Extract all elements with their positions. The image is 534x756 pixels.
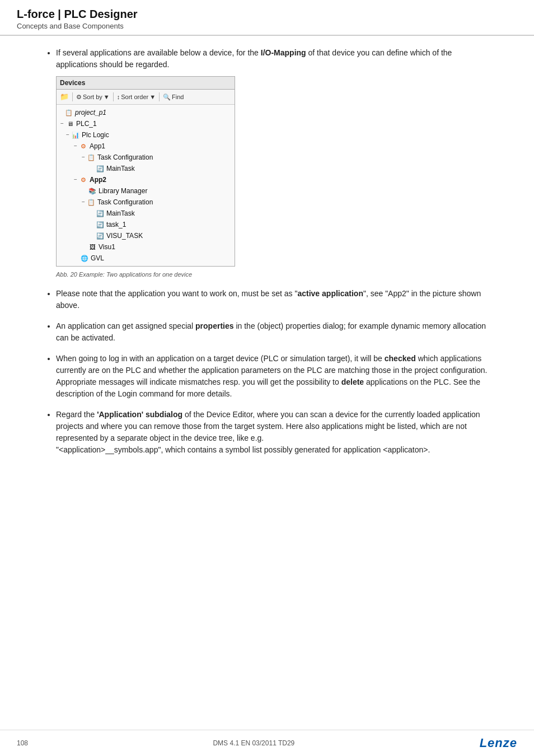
project-icon: 📋 xyxy=(64,108,73,117)
list-item-3: An application can get assigned special … xyxy=(56,320,489,344)
taskconfig1-label: Task Configuration xyxy=(97,152,153,162)
plc-icon: 🖥 xyxy=(65,119,74,128)
doc-info: DMS 4.1 EN 03/2011 TD29 xyxy=(213,739,294,747)
bullet-list: If several applications are available be… xyxy=(45,47,489,456)
footer: 108 DMS 4.1 EN 03/2011 TD29 Lenze xyxy=(0,730,534,756)
tree-toggle-taskconfig1[interactable]: − xyxy=(80,153,87,161)
maintask1-icon: 🔄 xyxy=(96,164,105,173)
figure-caption: Abb. 20 Example: Two applications for on… xyxy=(56,270,489,279)
find-button[interactable]: 🔍 Find xyxy=(163,92,184,102)
device-panel-title: Devices xyxy=(57,77,235,90)
task1-label: task_1 xyxy=(106,220,126,230)
sort-order-label: Sort order xyxy=(121,92,148,102)
page-number: 108 xyxy=(17,739,28,747)
gvl-label: GVL xyxy=(91,253,104,263)
find-icon: 🔍 xyxy=(163,92,171,102)
bullet2-text: Please note that the application you wan… xyxy=(56,289,481,310)
tree-row-libmgr: 📚 Library Manager xyxy=(57,185,235,197)
project-label: project_p1 xyxy=(75,108,106,118)
tree-row-app1: − ⚙ App1 xyxy=(57,141,235,152)
plc-label: PLC_1 xyxy=(76,119,97,129)
tree-toggle-plclogic[interactable]: − xyxy=(64,130,71,139)
lenze-logo: Lenze xyxy=(480,736,517,750)
tree-toggle-app1[interactable]: − xyxy=(72,142,79,150)
toolbar-separator2 xyxy=(113,92,114,101)
list-item-2: Please note that the application you wan… xyxy=(56,288,489,311)
tree-row-taskconfig1: − 📋 Task Configuration xyxy=(57,152,235,163)
sort-by-button[interactable]: ⚙ Sort by ▼ xyxy=(76,92,110,102)
app2-label: App2 xyxy=(90,175,106,185)
visutask-icon: 🔄 xyxy=(96,231,105,240)
taskconfig1-icon: 📋 xyxy=(87,153,96,162)
tree-row-maintask2: 🔄 MainTask xyxy=(57,208,235,219)
bold-properties: properties xyxy=(195,321,233,330)
sort-order-icon: ↕ xyxy=(117,92,120,102)
bullet1-text: If several applications are available be… xyxy=(56,48,452,69)
tree-toggle-app2[interactable]: − xyxy=(72,175,79,184)
device-toolbar: 📁 ⚙ Sort by ▼ ↕ Sort order ▼ xyxy=(57,90,235,105)
app2-icon: ⚙ xyxy=(79,175,88,184)
sort-by-icon: ⚙ xyxy=(76,92,82,102)
bullet5-text: Regard the 'Application' subdialog of th… xyxy=(56,410,480,454)
maintask2-label: MainTask xyxy=(106,208,135,218)
tree-row-visutask: 🔄 VISU_TASK xyxy=(57,230,235,241)
app1-label: App1 xyxy=(90,141,105,151)
page-title: L-force | PLC Designer xyxy=(17,8,517,21)
main-content: If several applications are available be… xyxy=(0,36,534,487)
app1-icon: ⚙ xyxy=(79,142,88,151)
bullet4-text: When going to log in with an application… xyxy=(56,354,487,398)
tree-row-task1: 🔄 task_1 xyxy=(57,219,235,230)
taskconfig2-label: Task Configuration xyxy=(97,197,153,207)
bold-active-application: active application xyxy=(297,289,363,298)
plclogic-icon: 📊 xyxy=(71,130,80,139)
tree-row-gvl: 🌐 GVL xyxy=(57,253,235,264)
bullet3-text: An application can get assigned special … xyxy=(56,321,486,342)
taskconfig2-icon: 📋 xyxy=(87,198,96,207)
maintask2-icon: 🔄 xyxy=(96,209,105,218)
tree-row-plc: − 🖥 PLC_1 xyxy=(57,118,235,129)
tree-row-maintask1: 🔄 MainTask xyxy=(57,163,235,174)
sort-order-button[interactable]: ↕ Sort order ▼ xyxy=(117,92,156,102)
libmgr-icon: 📚 xyxy=(88,186,97,195)
bold-application-subdialog: 'Application' subdialog xyxy=(97,410,182,419)
tree-row-project: 📋 project_p1 xyxy=(57,107,235,118)
libmgr-label: Library Manager xyxy=(99,186,147,196)
device-panel: Devices 📁 ⚙ Sort by ▼ ↕ Sort order ▼ xyxy=(56,76,235,267)
tree-row-app2: − ⚙ App2 xyxy=(57,174,235,185)
task1-icon: 🔄 xyxy=(96,220,105,229)
tree-row-plclogic: − 📊 Plc Logic xyxy=(57,129,235,141)
maintask1-label: MainTask xyxy=(106,164,135,174)
tree-toggle-plc[interactable]: − xyxy=(59,119,65,128)
plclogic-label: Plc Logic xyxy=(82,130,109,140)
find-label: Find xyxy=(172,92,184,102)
bold-delete: delete xyxy=(341,377,364,386)
toolbar-separator1 xyxy=(72,92,73,101)
header: L-force | PLC Designer Concepts and Base… xyxy=(0,0,534,36)
page-subtitle: Concepts and Base Components xyxy=(17,22,517,30)
toolbar-separator3 xyxy=(159,92,160,101)
toolbar-icon1: 📁 xyxy=(60,91,69,102)
sort-order-arrow: ▼ xyxy=(149,92,156,102)
gvl-icon: 🌐 xyxy=(80,254,89,263)
tree-row-taskconfig2: − 📋 Task Configuration xyxy=(57,197,235,208)
list-item: If several applications are available be… xyxy=(56,47,489,279)
tree-toggle-taskconfig2[interactable]: − xyxy=(80,198,87,206)
tree-view: 📋 project_p1 − 🖥 PLC_1 − 📊 Plc Logic xyxy=(57,105,235,266)
sort-by-arrow: ▼ xyxy=(104,92,110,102)
sort-by-label: Sort by xyxy=(83,92,102,102)
visu1-label: Visu1 xyxy=(99,242,115,252)
visu1-icon: 🖼 xyxy=(88,242,97,251)
tree-row-visu1: 🖼 Visu1 xyxy=(57,241,235,253)
list-item-4: When going to log in with an application… xyxy=(56,353,489,400)
bold-checked: checked xyxy=(385,354,416,363)
visutask-label: VISU_TASK xyxy=(106,231,143,241)
list-item-5: Regard the 'Application' subdialog of th… xyxy=(56,409,489,456)
bold-io-mapping: I/O-Mapping xyxy=(261,48,306,57)
